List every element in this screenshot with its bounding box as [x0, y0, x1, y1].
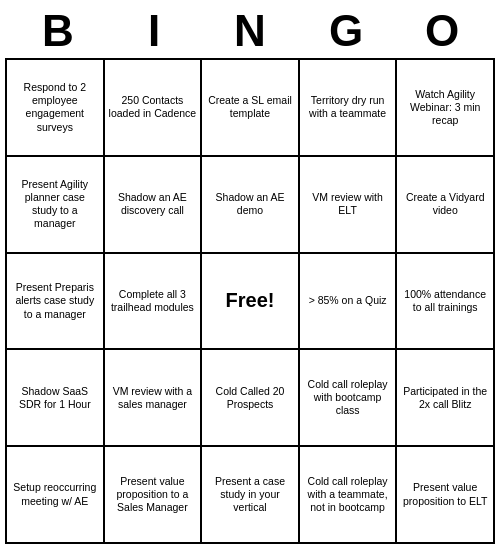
bingo-cell-r2-c3: > 85% on a Quiz [300, 254, 398, 351]
bingo-cell-r0-c1: 250 Contacts loaded in Cadence [105, 60, 203, 157]
bingo-cell-r4-c0: Setup reoccurring meeting w/ AE [7, 447, 105, 544]
bingo-cell-text: Free! [226, 288, 275, 313]
bingo-cell-text: 250 Contacts loaded in Cadence [109, 94, 197, 120]
bingo-cell-r4-c4: Present value proposition to ELT [397, 447, 495, 544]
bingo-cell-r0-c0: Respond to 2 employee engagement surveys [7, 60, 105, 157]
bingo-cell-text: Respond to 2 employee engagement surveys [11, 81, 99, 134]
bingo-cell-text: Shadow an AE demo [206, 191, 294, 217]
bingo-cell-text: Present value proposition to a Sales Man… [109, 475, 197, 514]
bingo-cell-r1-c1: Shadow an AE discovery call [105, 157, 203, 254]
bingo-cell-text: Participated in the 2x call Blitz [401, 385, 489, 411]
bingo-letter-g: G [298, 6, 394, 56]
bingo-cell-text: Complete all 3 trailhead modules [109, 288, 197, 314]
bingo-letter-b: B [10, 6, 106, 56]
bingo-cell-text: Present Agility planner case study to a … [11, 178, 99, 231]
bingo-cell-text: Create a SL email template [206, 94, 294, 120]
bingo-cell-r3-c1: VM review with a sales manager [105, 350, 203, 447]
bingo-cell-text: > 85% on a Quiz [309, 294, 387, 307]
bingo-cell-text: 100% attendance to all trainings [401, 288, 489, 314]
bingo-grid: Respond to 2 employee engagement surveys… [5, 58, 495, 544]
bingo-cell-r2-c1: Complete all 3 trailhead modules [105, 254, 203, 351]
bingo-cell-text: Present a case study in your vertical [206, 475, 294, 514]
bingo-cell-text: Present value proposition to ELT [401, 481, 489, 507]
bingo-cell-r1-c4: Create a Vidyard video [397, 157, 495, 254]
bingo-cell-text: VM review with a sales manager [109, 385, 197, 411]
bingo-letter-i: I [106, 6, 202, 56]
bingo-cell-text: Create a Vidyard video [401, 191, 489, 217]
bingo-cell-r3-c4: Participated in the 2x call Blitz [397, 350, 495, 447]
bingo-cell-text: Present Preparis alerts case study to a … [11, 281, 99, 320]
bingo-cell-r1-c0: Present Agility planner case study to a … [7, 157, 105, 254]
bingo-cell-r0-c4: Watch Agility Webinar: 3 min recap [397, 60, 495, 157]
bingo-letter-n: N [202, 6, 298, 56]
bingo-cell-r0-c2: Create a SL email template [202, 60, 300, 157]
bingo-cell-r2-c2: Free! [202, 254, 300, 351]
bingo-cell-text: VM review with ELT [304, 191, 392, 217]
bingo-title: BINGO [0, 0, 500, 58]
bingo-cell-r0-c3: Territory dry run with a teammate [300, 60, 398, 157]
bingo-cell-text: Shadow an AE discovery call [109, 191, 197, 217]
bingo-cell-r3-c3: Cold call roleplay with bootcamp class [300, 350, 398, 447]
bingo-cell-r4-c3: Cold call roleplay with a teammate, not … [300, 447, 398, 544]
bingo-cell-text: Cold Called 20 Prospects [206, 385, 294, 411]
bingo-cell-text: Watch Agility Webinar: 3 min recap [401, 88, 489, 127]
bingo-cell-text: Territory dry run with a teammate [304, 94, 392, 120]
bingo-cell-r4-c1: Present value proposition to a Sales Man… [105, 447, 203, 544]
bingo-cell-r1-c3: VM review with ELT [300, 157, 398, 254]
bingo-cell-r3-c2: Cold Called 20 Prospects [202, 350, 300, 447]
bingo-cell-text: Cold call roleplay with a teammate, not … [304, 475, 392, 514]
bingo-cell-text: Shadow SaaS SDR for 1 Hour [11, 385, 99, 411]
bingo-cell-r2-c0: Present Preparis alerts case study to a … [7, 254, 105, 351]
bingo-cell-text: Cold call roleplay with bootcamp class [304, 378, 392, 417]
bingo-letter-o: O [394, 6, 490, 56]
bingo-cell-r3-c0: Shadow SaaS SDR for 1 Hour [7, 350, 105, 447]
bingo-cell-r1-c2: Shadow an AE demo [202, 157, 300, 254]
bingo-cell-r2-c4: 100% attendance to all trainings [397, 254, 495, 351]
bingo-cell-r4-c2: Present a case study in your vertical [202, 447, 300, 544]
bingo-cell-text: Setup reoccurring meeting w/ AE [11, 481, 99, 507]
